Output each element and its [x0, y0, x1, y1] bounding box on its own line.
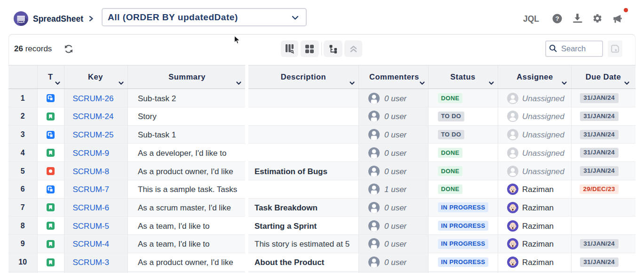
svg-text:?: ? [555, 15, 559, 22]
